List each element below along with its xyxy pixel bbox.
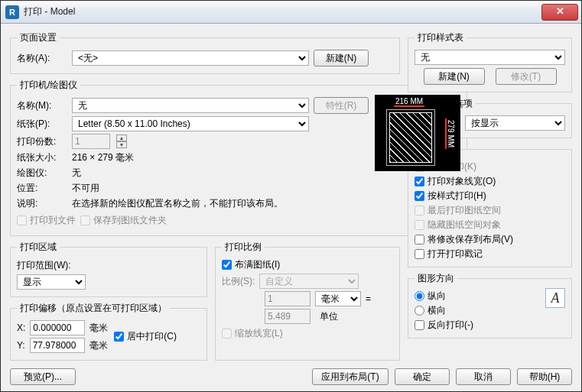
paper-select[interactable]: Letter (8.50 x 11.00 Inches)	[72, 116, 309, 131]
page-name-label: 名称(A):	[17, 52, 67, 65]
plotter-value: 无	[72, 167, 81, 180]
offset-x-unit: 毫米	[89, 322, 108, 335]
desc-label: 说明:	[17, 197, 67, 210]
plot-area-legend: 打印区域	[17, 241, 60, 254]
plotter-label: 绘图仪:	[17, 167, 67, 180]
app-icon: R	[5, 5, 19, 19]
center-plot-check[interactable]: 居中打印(C)	[114, 330, 177, 343]
preview-width-label: 216 MM	[394, 97, 424, 107]
plot-scale-legend: 打印比例	[222, 241, 265, 254]
paper-preview: 216 MM 279 MM	[375, 95, 460, 171]
where-label: 位置:	[17, 182, 67, 195]
offset-x-label: X:	[17, 322, 25, 333]
orientation-legend: 图形方向	[415, 272, 457, 285]
opt-hide-ps[interactable]: 隐藏图纸空间对象	[415, 219, 565, 232]
page-setup-legend: 页面设置	[17, 31, 60, 44]
plot-offset-group: 打印偏移（原点设置在可打印区域） X: 毫米 Y:	[10, 302, 207, 361]
orient-portrait[interactable]: 纵向	[415, 290, 545, 303]
preview-button[interactable]: 预览(P)...	[10, 368, 76, 385]
scale-eq: =	[366, 293, 371, 304]
orient-landscape[interactable]: 横向	[415, 304, 545, 317]
preview-height-label: 279 MM	[445, 118, 455, 149]
orientation-group: 图形方向 纵向 横向 反向打印(-) A	[408, 272, 572, 339]
printer-group: 打印机/绘图仪 名称(M): 无 特性(R) 纸张(P): Letter (8.…	[10, 79, 467, 236]
plot-style-group: 打印样式表 无 新建(N) 修改(T)	[408, 31, 572, 92]
paper-label: 纸张(P):	[17, 118, 67, 131]
print-to-file-check[interactable]: 打印到文件	[17, 214, 76, 227]
scale-unit-input[interactable]	[265, 309, 311, 324]
style-edit-button[interactable]: 修改(T)	[496, 68, 557, 85]
orientation-preview-icon: A	[545, 288, 565, 308]
plot-style-select[interactable]: 无	[415, 50, 565, 65]
printer-legend: 打印机/绘图仪	[17, 79, 80, 92]
offset-y-unit: 毫米	[89, 339, 108, 352]
copies-input[interactable]	[72, 134, 110, 149]
plot-style-legend: 打印样式表	[415, 31, 467, 44]
offset-y-label: Y:	[17, 340, 25, 351]
where-value: 不可用	[72, 182, 99, 195]
printer-name-select[interactable]: 无	[72, 98, 309, 113]
opt-by-style[interactable]: 按样式打印(H)	[415, 190, 565, 202]
offset-x-input[interactable]	[30, 320, 85, 335]
opt-paperspace-last[interactable]: 最后打印图纸空间	[415, 204, 565, 217]
scale-mm-unit-select[interactable]: 毫米	[315, 291, 361, 306]
scale-ratio-label: 比例(S):	[222, 275, 255, 288]
close-button[interactable]: ✕	[541, 4, 578, 21]
fit-to-paper-check[interactable]: 布满图纸(I)	[222, 258, 393, 271]
scale-unit-label: 单位	[315, 310, 361, 323]
page-name-select[interactable]: <无>	[72, 50, 309, 66]
copies-label: 打印份数:	[17, 135, 67, 148]
ok-button[interactable]: 确定	[395, 368, 450, 385]
plot-range-select[interactable]: 显示	[17, 274, 86, 290]
paper-size-label: 纸张大小:	[17, 151, 67, 164]
offset-y-input[interactable]	[30, 338, 85, 353]
printer-props-button[interactable]: 特性(R)	[314, 97, 369, 114]
window-title: 打印 - Model	[24, 5, 75, 18]
desc-value: 在选择新的绘图仪配置名称之前，不能打印该布局。	[72, 197, 283, 210]
plot-offset-legend: 打印偏移（原点设置在可打印区域）	[17, 302, 170, 315]
apply-layout-button[interactable]: 应用到布局(T)	[312, 368, 389, 385]
opt-lineweights[interactable]: 打印对象线宽(O)	[415, 175, 565, 188]
plot-range-label: 打印范围(W):	[17, 259, 71, 272]
orient-upside-down[interactable]: 反向打印(-)	[415, 319, 545, 332]
printer-name-label: 名称(M):	[17, 99, 67, 112]
plot-area-group: 打印区域 打印范围(W): 显示	[10, 241, 207, 297]
page-setup-group: 页面设置 名称(A): <无> 新建(N)	[10, 31, 400, 74]
opt-stamp[interactable]: 打开打印戳记	[415, 248, 565, 261]
copies-spinner[interactable]: ▲▼	[116, 134, 127, 148]
scale-mm-input[interactable]	[265, 291, 311, 306]
help-button[interactable]: 帮助(H)	[517, 368, 572, 385]
dialog-footer: 预览(P)... 应用到布局(T) 确定 取消 帮助(H)	[10, 368, 572, 385]
cancel-button[interactable]: 取消	[456, 368, 511, 385]
page-new-button[interactable]: 新建(N)	[314, 50, 369, 66]
shade-plot-select[interactable]: 按显示	[465, 115, 565, 131]
scale-lineweight-check[interactable]: 缩放线宽(L)	[222, 327, 393, 340]
print-dialog: R 打印 - Model ✕ 页面设置 名称(A): <无> 新建(N)	[0, 0, 582, 392]
style-new-button[interactable]: 新建(N)	[424, 68, 485, 85]
save-to-sheet-check[interactable]: 保存到图纸文件夹	[80, 214, 167, 227]
scale-ratio-select[interactable]: 自定义	[259, 274, 359, 289]
opt-save-layout[interactable]: 将修改保存到布局(V)	[415, 233, 565, 246]
paper-size-value: 216 × 279 毫米	[72, 151, 134, 164]
titlebar: R 打印 - Model ✕	[1, 1, 581, 24]
plot-scale-group: 打印比例 布满图纸(I) 比例(S): 自定义 毫米 =	[215, 241, 400, 361]
